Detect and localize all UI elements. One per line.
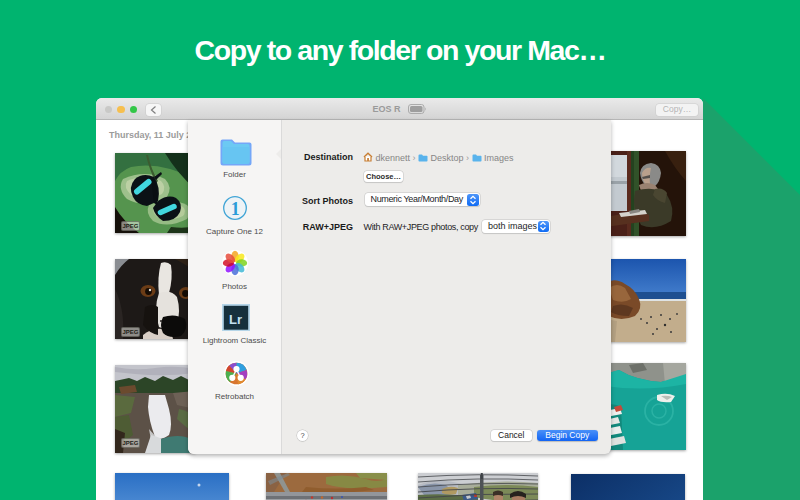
svg-text:Lr: Lr	[229, 311, 242, 326]
svg-text:1: 1	[231, 199, 240, 219]
